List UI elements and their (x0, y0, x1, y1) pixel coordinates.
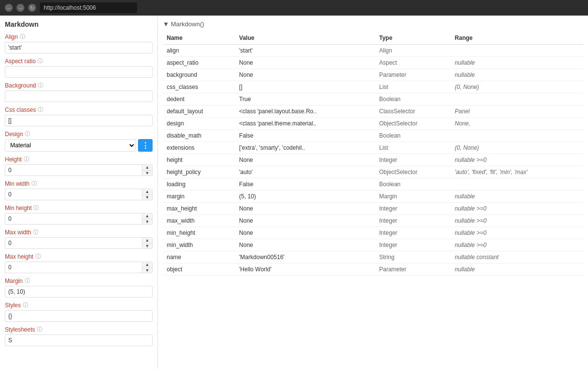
table-row: heightNoneIntegernullable >=0 (163, 154, 583, 166)
max-height-decrement[interactable]: ▼ (142, 268, 152, 273)
info-icon-stylesheets[interactable]: ⓘ (37, 326, 42, 333)
cell-name: max_height (163, 203, 235, 215)
input-css-classes[interactable] (5, 115, 153, 126)
cell-name: height_policy (163, 166, 235, 178)
table-row: margin(5, 10)Marginnullable (163, 191, 583, 203)
cell-range: Panel (451, 105, 583, 118)
cell-type: List (375, 142, 451, 154)
table-row: aspect_ratioNoneAspectnullable (163, 57, 583, 69)
cell-name: loading (163, 178, 235, 191)
table-header-row: Name Value Type Range (163, 32, 583, 45)
cell-range: (0, None) (451, 81, 583, 93)
max-width-increment[interactable]: ▲ (142, 238, 152, 244)
table-row: max_heightNoneIntegernullable >=0 (163, 203, 583, 215)
info-icon-min-width[interactable]: ⓘ (32, 180, 37, 187)
cell-range (451, 93, 583, 105)
input-align[interactable] (5, 42, 153, 53)
cell-range (451, 178, 583, 191)
info-icon-align[interactable]: ⓘ (20, 33, 25, 40)
info-icon-max-height[interactable]: ⓘ (35, 253, 41, 260)
input-background[interactable] (5, 90, 153, 102)
cell-value: 'start' (235, 45, 375, 57)
cell-value: 'auto' (235, 166, 375, 178)
table-row: backgroundNoneParameternullable (163, 69, 583, 81)
input-min-height[interactable] (5, 213, 142, 225)
table-row: default_layout<class 'panel.layout.base.… (163, 105, 583, 118)
input-height[interactable] (5, 164, 142, 176)
cell-name: height (163, 154, 235, 166)
cell-range: 'auto', 'fixed', 'fit', 'min', 'max' (451, 166, 583, 178)
col-header-name: Name (163, 32, 235, 45)
cell-range (451, 130, 583, 142)
cell-value: True (235, 93, 375, 105)
field-max-height: Max height ⓘ ▲ ▼ (5, 253, 153, 273)
cell-type: Margin (375, 191, 451, 203)
min-height-decrement[interactable]: ▼ (142, 219, 152, 225)
cell-value: None (235, 227, 375, 239)
info-icon-margin[interactable]: ⓘ (25, 277, 30, 284)
min-width-increment[interactable]: ▲ (142, 189, 152, 195)
label-height: Height ⓘ (5, 156, 153, 163)
cell-value: (5, 10) (235, 191, 375, 203)
cell-type: Boolean (375, 130, 451, 142)
height-spinner: ▲ ▼ (5, 164, 153, 176)
min-height-increment[interactable]: ▲ (142, 213, 152, 219)
cell-type: Integer (375, 203, 451, 215)
design-control: Material ⋮ (5, 139, 153, 152)
url-bar[interactable] (40, 2, 137, 13)
table-row: min_widthNoneIntegernullable >=0 (163, 239, 583, 251)
select-design[interactable]: Material (5, 139, 136, 152)
info-icon-max-width[interactable]: ⓘ (33, 228, 38, 236)
info-icon-min-height[interactable]: ⓘ (34, 204, 39, 211)
info-icon-css-classes[interactable]: ⓘ (38, 106, 43, 113)
max-height-increment[interactable]: ▲ (142, 262, 152, 268)
height-increment[interactable]: ▲ (142, 165, 152, 171)
label-styles: Styles ⓘ (5, 301, 153, 309)
info-icon-design[interactable]: ⓘ (25, 130, 30, 138)
min-height-spinner: ▲ ▼ (5, 213, 153, 225)
cell-type: ClassSelector (375, 105, 451, 118)
label-stylesheets: Stylesheets ⓘ (5, 326, 153, 333)
cell-range (451, 45, 583, 57)
input-aspect-ratio[interactable] (5, 66, 153, 78)
info-icon-aspect-ratio[interactable]: ⓘ (37, 57, 43, 65)
input-stylesheets[interactable] (5, 334, 153, 346)
min-width-spinner: ▲ ▼ (5, 189, 153, 200)
cell-name: margin (163, 191, 235, 203)
col-header-value: Value (235, 32, 375, 45)
right-panel: ▼ Markdown() Name Value Type Range align… (158, 16, 588, 369)
cell-type: Boolean (375, 93, 451, 105)
forward-button[interactable]: → (17, 4, 24, 12)
height-decrement[interactable]: ▼ (142, 171, 152, 176)
cell-value: False (235, 130, 375, 142)
cell-range: nullable (451, 69, 583, 81)
table-row: height_policy'auto'ObjectSelector'auto',… (163, 166, 583, 178)
min-width-decrement[interactable]: ▼ (142, 195, 152, 200)
cell-name: min_height (163, 227, 235, 239)
cell-type: Align (375, 45, 451, 57)
info-icon-styles[interactable]: ⓘ (23, 301, 28, 309)
input-margin[interactable] (5, 286, 153, 298)
cell-range: nullable >=0 (451, 154, 583, 166)
input-max-height[interactable] (5, 262, 142, 273)
back-button[interactable]: ← (5, 4, 13, 12)
input-min-width[interactable] (5, 189, 142, 200)
info-icon-height[interactable]: ⓘ (24, 156, 29, 163)
cell-name: extensions (163, 142, 235, 154)
design-action-button[interactable]: ⋮ (138, 139, 153, 152)
field-min-height: Min height ⓘ ▲ ▼ (5, 204, 153, 225)
reload-button[interactable]: ↻ (28, 4, 36, 12)
panel-title: Markdown (5, 20, 153, 28)
max-width-decrement[interactable]: ▼ (142, 244, 152, 249)
info-icon-background[interactable]: ⓘ (38, 82, 43, 89)
col-header-type: Type (375, 32, 451, 45)
field-max-width: Max width ⓘ ▲ ▼ (5, 228, 153, 249)
app-layout: Markdown Align ⓘ Aspect ratio ⓘ Backgrou… (0, 16, 588, 369)
cell-name: align (163, 45, 235, 57)
cell-value: None (235, 203, 375, 215)
cell-name: aspect_ratio (163, 57, 235, 69)
input-styles[interactable] (5, 310, 153, 322)
cell-type: Boolean (375, 178, 451, 191)
input-max-width[interactable] (5, 237, 142, 249)
cell-type: Integer (375, 239, 451, 251)
